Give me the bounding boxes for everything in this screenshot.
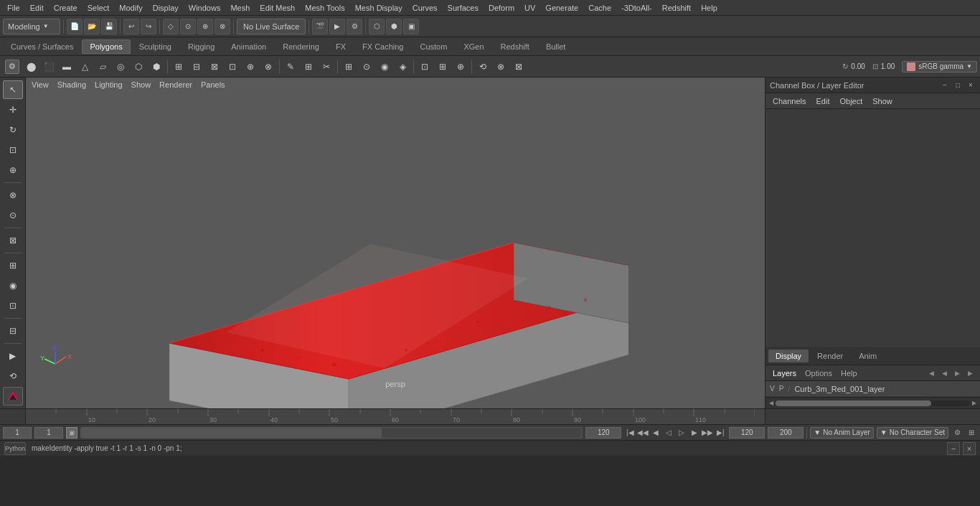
menu-deform[interactable]: Deform	[484, 2, 519, 14]
anim-play-back-btn[interactable]: ◁	[663, 427, 674, 439]
shelf-btn2[interactable]: ⬢	[386, 19, 402, 34]
tab-fx-caching[interactable]: FX Caching	[354, 39, 411, 54]
curve-tool-btn[interactable]: ✎	[282, 58, 299, 75]
range-total-input[interactable]	[768, 427, 804, 439]
settings-icon-btn[interactable]: ⚙	[5, 60, 19, 74]
separate-icon-btn[interactable]: ⊗	[260, 58, 277, 75]
viewport-window-close[interactable]: ×	[963, 442, 976, 455]
render-region-btn[interactable]: ⊟	[3, 322, 23, 340]
menu-cache[interactable]: Cache	[584, 2, 616, 14]
ipr-btn[interactable]: ▶	[3, 347, 23, 365]
cube-icon-btn[interactable]: ⬛	[40, 58, 57, 75]
menu-3dtall[interactable]: -3DtoAll-	[617, 2, 656, 14]
anim-next-frame-btn[interactable]: ▶	[689, 427, 700, 439]
layer-move-up-btn[interactable]: ◀	[938, 367, 950, 379]
tab-xgen[interactable]: XGen	[456, 39, 491, 54]
snap-grid-left-btn[interactable]: ⊞	[3, 256, 23, 275]
snap-pt-left-btn[interactable]: ◉	[3, 276, 23, 295]
channels-btn[interactable]: Channels	[768, 95, 810, 107]
shelf-btn3[interactable]: ▣	[403, 19, 419, 34]
vp-show-menu[interactable]: Show	[131, 80, 151, 89]
anim-extra-btn[interactable]: ⊞	[966, 427, 977, 439]
redo-btn[interactable]: ↪	[141, 19, 156, 34]
channels-edit-btn[interactable]: Edit	[811, 95, 834, 107]
vp-view-menu[interactable]: View	[32, 80, 49, 89]
show-manip-btn[interactable]: ⊠	[3, 231, 23, 250]
layer-move-down-btn[interactable]: ▶	[951, 367, 963, 379]
render-settings-btn[interactable]: ⚙	[347, 19, 362, 34]
history-btn[interactable]: ⟲	[474, 58, 491, 75]
workflow-dropdown[interactable]: Modeling ▼	[3, 19, 60, 34]
anim-jump-end-btn[interactable]: ▶|	[715, 427, 726, 439]
anim-step-fwd-btn[interactable]: ▶▶	[702, 427, 713, 439]
color-space-dropdown[interactable]: sRGB gamma ▼	[902, 61, 977, 72]
channels-object-btn[interactable]: Object	[835, 95, 867, 107]
lasso-tool-btn[interactable]: ⊙	[180, 19, 196, 34]
panel-min-btn[interactable]: −	[940, 80, 950, 90]
select-btn[interactable]: ↖	[3, 80, 23, 99]
paint-weights-btn[interactable]: ⊕	[452, 58, 469, 75]
extrude-icon-btn[interactable]: ⊞	[170, 58, 187, 75]
vp-shading-menu[interactable]: Shading	[57, 80, 86, 89]
open-file-btn[interactable]: 📂	[84, 19, 100, 34]
new-file-btn[interactable]: 📄	[67, 19, 83, 34]
panel-max-btn[interactable]: □	[953, 80, 963, 90]
options-tab[interactable]: Options	[802, 367, 835, 379]
paint-select-btn[interactable]: ⊙	[3, 206, 23, 225]
tab-curves-surfaces[interactable]: Curves / Surfaces	[3, 39, 81, 54]
anim-play-fwd-btn[interactable]: ▷	[676, 427, 687, 439]
anim-jump-start-btn[interactable]: |◀	[624, 427, 636, 439]
menu-mesh-tools[interactable]: Mesh Tools	[301, 2, 349, 14]
vp-panels-menu[interactable]: Panels	[201, 80, 225, 89]
tab-custom[interactable]: Custom	[413, 39, 456, 54]
menu-help[interactable]: Help	[697, 2, 722, 14]
menu-display[interactable]: Display	[149, 2, 183, 14]
undo-view-btn[interactable]: ⟲	[3, 367, 23, 385]
display-tab[interactable]: Display	[768, 350, 809, 362]
menu-windows[interactable]: Windows	[184, 2, 225, 14]
menu-edit[interactable]: Edit	[26, 2, 48, 14]
bevel-icon-btn[interactable]: ⊡	[224, 58, 241, 75]
anim-layer-dropdown[interactable]: ▼ No Anim Layer	[810, 427, 874, 439]
menu-create[interactable]: Create	[50, 2, 82, 14]
insert-edge-btn[interactable]: ⊞	[300, 58, 317, 75]
torus-icon-btn[interactable]: ◎	[112, 58, 129, 75]
char-set-dropdown[interactable]: ▼ No Character Set	[877, 427, 948, 439]
tab-redshift[interactable]: Redshift	[493, 39, 537, 54]
soft-select-left-btn[interactable]: ⊗	[3, 186, 23, 205]
menu-uv[interactable]: UV	[520, 2, 540, 14]
soft-select-btn[interactable]: ⊗	[492, 58, 509, 75]
select-tool-btn[interactable]: ◇	[163, 19, 179, 34]
tab-polygons[interactable]: Polygons	[82, 39, 130, 54]
menu-edit-mesh[interactable]: Edit Mesh	[255, 2, 299, 14]
anim-tab[interactable]: Anim	[852, 350, 884, 362]
menu-file[interactable]: File	[3, 2, 24, 14]
timeline-ruler[interactable]: // generated below 102030405060708090100…	[26, 409, 765, 424]
current-frame-input[interactable]	[34, 427, 63, 439]
tab-bullet[interactable]: Bullet	[538, 39, 574, 54]
snap-curve-btn[interactable]: ⊙	[358, 58, 375, 75]
save-file-btn[interactable]: 💾	[101, 19, 117, 34]
timeline[interactable]: // generated below 102030405060708090100…	[0, 408, 980, 424]
rotate-btn[interactable]: ↻	[3, 121, 23, 139]
cylinder-icon-btn[interactable]: ▬	[58, 58, 75, 75]
scale-btn[interactable]: ⊡	[3, 141, 23, 159]
menu-curves[interactable]: Curves	[408, 2, 442, 14]
tab-rigging[interactable]: Rigging	[180, 39, 222, 54]
snap-grid-btn[interactable]: ⊞	[340, 58, 357, 75]
viewport[interactable]: View Shading Lighting Show Renderer Pane…	[26, 78, 765, 408]
render-tab[interactable]: Render	[810, 350, 850, 362]
multi-cut-btn[interactable]: ✂	[318, 58, 335, 75]
snap-point-btn[interactable]: ◉	[376, 58, 393, 75]
right-scrollbar[interactable]: ◀ ▶	[765, 397, 980, 408]
tab-fx[interactable]: FX	[328, 39, 354, 54]
layer-new-btn[interactable]: ◀	[925, 367, 937, 379]
soften-icon-btn[interactable]: ⊞	[434, 58, 451, 75]
pyramid-icon-btn[interactable]: ⬢	[148, 58, 165, 75]
render-btn[interactable]: 🎬	[312, 19, 328, 34]
undo-btn[interactable]: ↩	[123, 19, 139, 34]
range-slider[interactable]	[80, 427, 583, 439]
prism-icon-btn[interactable]: ⬡	[130, 58, 147, 75]
vp-lighting-menu[interactable]: Lighting	[95, 80, 123, 89]
frame-nav-small[interactable]: ▣	[66, 427, 77, 439]
